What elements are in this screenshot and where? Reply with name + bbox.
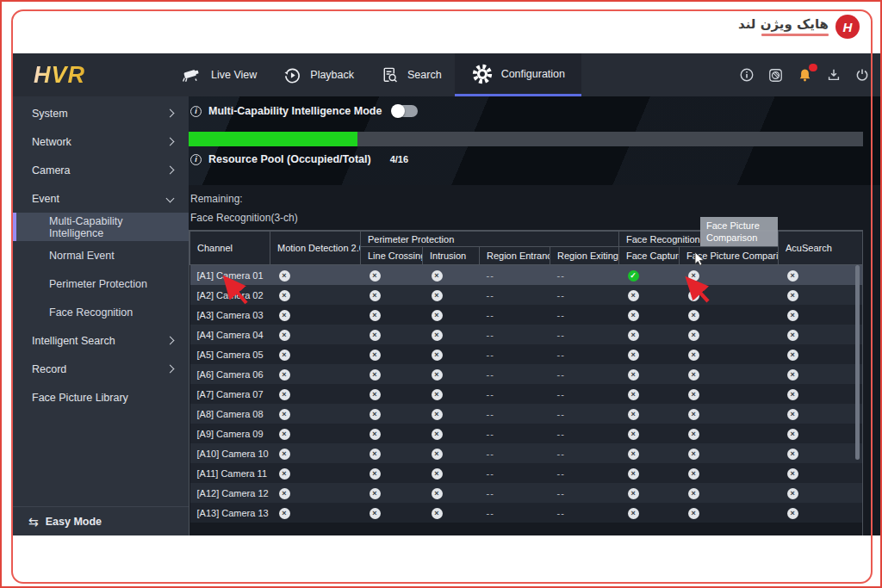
chevron-right-icon [166, 166, 175, 175]
status-cell: × [619, 463, 680, 483]
status-cell: × [270, 404, 361, 424]
tab-live-view[interactable]: Live View [168, 53, 270, 96]
multi-capability-toggle[interactable] [392, 105, 418, 117]
sidebar-item-face-picture-library[interactable]: Face Picture Library [13, 383, 189, 412]
table-row[interactable]: [A1] Camera 01×××----✓×× [190, 265, 863, 286]
sidebar-item-face-recognition[interactable]: Face Recognition [13, 298, 189, 326]
disabled-cross-icon: × [432, 270, 443, 282]
remaining-face-recognition-value: Face Recognition(3-ch) [190, 212, 298, 224]
status-cell: × [361, 325, 423, 344]
screen-control-icon[interactable] [767, 67, 784, 84]
table-row[interactable]: [A12] Camera 12×××----××× [190, 483, 863, 503]
status-cell: × [423, 463, 480, 483]
table-scrollbar-thumb[interactable] [855, 265, 860, 460]
download-icon[interactable] [826, 67, 842, 83]
sidebar-item-normal-event[interactable]: Normal Event [13, 241, 189, 269]
sidebar-item-label: Event [32, 193, 59, 205]
sidebar-menu: SystemNetworkCameraEventMulti-Capability… [13, 96, 189, 535]
disabled-cross-icon: × [370, 389, 381, 400]
sidebar-item-camera[interactable]: Camera [13, 156, 189, 184]
status-cell: × [680, 503, 779, 523]
sidebar-item-perimeter-protection[interactable]: Perimeter Protection [13, 269, 189, 298]
col-header-face-picture-comparison[interactable]: Face Picture Comparis... [680, 247, 779, 265]
status-cell: ✓ [619, 265, 680, 286]
not-applicable-cell: -- [550, 384, 619, 404]
gear-icon [471, 63, 494, 85]
sidebar-item-record[interactable]: Record [13, 355, 189, 383]
disabled-cross-icon: × [628, 389, 639, 400]
disabled-cross-icon: × [688, 409, 699, 420]
power-icon[interactable] [854, 67, 870, 83]
sidebar-item-intelligent-search[interactable]: Intelligent Search [13, 326, 189, 355]
status-cell: × [361, 463, 423, 483]
status-cell: × [361, 384, 423, 404]
disabled-cross-icon: × [628, 508, 639, 519]
disabled-cross-icon: × [279, 449, 290, 460]
table-row[interactable]: [A4] Camera 04×××----××× [190, 325, 863, 344]
sidebar-item-label: Camera [32, 164, 70, 176]
status-cell: × [779, 344, 863, 364]
table-row[interactable]: [A11] Camera 11×××----××× [190, 463, 863, 483]
status-cell: × [680, 424, 779, 443]
tab-configuration[interactable]: Configuration [455, 53, 581, 96]
sidebar-item-multi-capability-intelligence[interactable]: Multi-Capability Intelligence [13, 213, 189, 241]
disabled-cross-icon: × [279, 330, 290, 341]
status-cell: × [779, 384, 863, 404]
sidebar-item-label: Face Picture Library [32, 392, 128, 404]
status-cell: × [361, 285, 423, 305]
sidebar-item-event[interactable]: Event [13, 184, 189, 213]
not-applicable-cell: -- [480, 503, 550, 523]
table-row[interactable]: [A3] Camera 03×××----××× [190, 305, 863, 325]
info-icon: i [190, 106, 202, 117]
disabled-cross-icon: × [432, 310, 443, 321]
table-row[interactable]: [A6] Camera 06×××----××× [190, 364, 863, 384]
channel-cell: [A2] Camera 02 [190, 285, 270, 305]
disabled-cross-icon: × [787, 290, 798, 301]
resource-pool-label: Resource Pool (Occupied/Total) [208, 153, 371, 165]
table-row[interactable]: [A9] Camera 09×××----××× [190, 424, 863, 443]
not-applicable-cell: -- [550, 325, 619, 344]
alarm-bell-icon[interactable] [797, 67, 813, 84]
info-icon[interactable] [739, 67, 755, 83]
status-cell: × [619, 384, 680, 404]
disabled-cross-icon: × [432, 449, 443, 460]
table-row[interactable]: [A13] Camera 13×××----××× [190, 503, 863, 523]
not-applicable-cell: -- [480, 265, 550, 286]
disabled-cross-icon: × [688, 468, 699, 480]
disabled-cross-icon: × [432, 330, 443, 341]
sidebar-item-system[interactable]: System [13, 99, 189, 127]
tab-search[interactable]: Search [367, 53, 455, 96]
channel-cell: [A4] Camera 04 [190, 325, 270, 344]
disabled-cross-icon: × [370, 429, 381, 440]
status-cell: × [680, 325, 779, 344]
easy-mode-button[interactable]: ⇆ Easy Mode [13, 506, 189, 535]
disabled-cross-icon: × [432, 429, 443, 440]
disabled-cross-icon: × [688, 508, 699, 519]
switch-arrows-icon: ⇆ [28, 515, 39, 529]
disabled-cross-icon: × [628, 290, 639, 301]
status-cell: × [619, 364, 680, 384]
table-row[interactable]: [A8] Camera 08×××----××× [190, 404, 863, 424]
status-cell: × [619, 424, 680, 443]
table-row[interactable]: [A2] Camera 02×××----××× [190, 285, 863, 305]
status-cell: × [270, 265, 361, 286]
channel-cell: [A13] Camera 13 [190, 503, 270, 523]
status-cell: × [779, 443, 863, 463]
table-row[interactable]: [A5] Camera 05×××----××× [190, 344, 863, 364]
status-cell: × [680, 285, 779, 305]
disabled-cross-icon: × [688, 330, 699, 341]
disabled-cross-icon: × [628, 449, 639, 460]
search-doc-icon [380, 65, 400, 85]
tab-playback[interactable]: Playback [270, 53, 367, 96]
sidebar-item-network[interactable]: Network [13, 127, 189, 156]
disabled-cross-icon: × [628, 350, 639, 361]
status-cell: × [779, 325, 863, 344]
status-cell: × [680, 364, 779, 384]
disabled-cross-icon: × [279, 290, 290, 301]
col-header-motion-detection: Motion Detection 2.0 [270, 232, 361, 265]
site-brand: هایک ویژن لند H [738, 15, 860, 39]
status-cell: × [270, 344, 361, 364]
table-row[interactable]: [A10] Camera 10×××----××× [190, 443, 863, 463]
not-applicable-cell: -- [550, 364, 619, 384]
table-row[interactable]: [A7] Camera 07×××----××× [190, 384, 863, 404]
